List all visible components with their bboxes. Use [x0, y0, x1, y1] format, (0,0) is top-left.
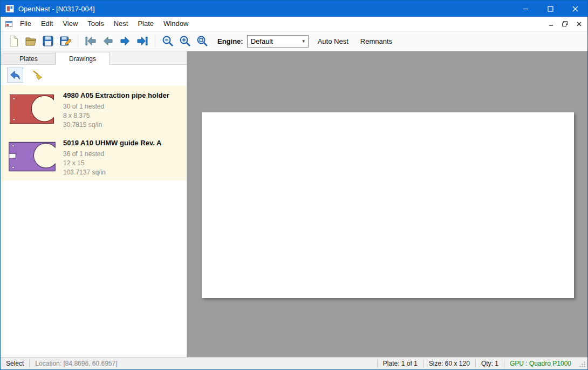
list-item[interactable]: 5019 A10 UHMW guide Rev. A 36 of 1 neste… — [1, 133, 187, 180]
drawing-thumbnail — [4, 88, 60, 130]
menu-nest[interactable]: Nest — [109, 18, 133, 30]
mdi-restore-button[interactable] — [559, 19, 570, 29]
menu-window[interactable]: Window — [159, 18, 193, 30]
app-icon — [5, 4, 14, 13]
nest-plate-svg[interactable] — [202, 112, 574, 298]
app-window: OpenNest - [N0317-004] File Edit View To… — [0, 0, 588, 370]
menu-plate[interactable]: Plate — [133, 18, 159, 30]
list-item[interactable]: 4980 A05 Extraction pipe holder 30 of 1 … — [1, 85, 187, 133]
first-plate-button[interactable] — [82, 33, 99, 49]
last-plate-button[interactable] — [134, 33, 151, 49]
zoom-in-button[interactable] — [176, 33, 194, 49]
clear-drawings-button[interactable] — [30, 68, 45, 82]
blue-arrow-icon — [9, 69, 21, 81]
chevron-down-icon: ▼ — [302, 39, 308, 44]
next-plate-button[interactable] — [117, 33, 134, 49]
mdi-close-button[interactable] — [573, 19, 584, 29]
location-indicator: Location: [84.8696, 60.6957] — [30, 358, 122, 369]
import-drawing-button[interactable] — [7, 68, 23, 83]
drawing-nested-count: 36 of 1 nested — [63, 150, 161, 159]
mdi-window-controls — [545, 19, 587, 29]
mode-indicator: Select — [1, 358, 29, 369]
new-button[interactable] — [5, 33, 22, 49]
drawing-thumbnail — [4, 136, 60, 178]
title-bar: OpenNest - [N0317-004] — [1, 1, 587, 17]
menu-tools[interactable]: Tools — [83, 18, 108, 30]
menu-edit[interactable]: Edit — [36, 18, 58, 30]
save-as-icon — [59, 35, 72, 48]
menu-bar: File Edit View Tools Nest Plate Window — [1, 17, 587, 31]
toolbar-separator — [155, 35, 155, 48]
sidebar: Plates Drawings — [1, 51, 187, 357]
drawing-info: 4980 A05 Extraction pipe holder 30 of 1 … — [60, 88, 169, 130]
status-bar: Select Location: [84.8696, 60.6957] Plat… — [1, 357, 587, 369]
previous-arrow-icon — [101, 35, 114, 48]
plate[interactable] — [202, 112, 574, 298]
last-arrow-icon — [136, 35, 149, 48]
menu-file[interactable]: File — [15, 18, 36, 30]
drawing-area: 103.7137 sq/in — [63, 168, 161, 177]
auto-nest-button[interactable]: Auto Nest — [312, 37, 354, 45]
save-button[interactable] — [39, 33, 57, 49]
window-controls — [513, 1, 587, 17]
menu-view[interactable]: View — [58, 18, 83, 30]
resize-grip-icon[interactable] — [579, 361, 586, 369]
nest-canvas[interactable] — [187, 51, 587, 357]
size-indicator: Size: 60 x 120 — [423, 358, 475, 369]
engine-value: Default — [251, 37, 273, 45]
open-folder-icon — [24, 35, 37, 48]
minimize-button[interactable] — [513, 1, 538, 17]
main-toolbar: Engine: Default ▼ Auto Nest Remnants — [1, 31, 587, 51]
drawing-info: 5019 A10 UHMW guide Rev. A 36 of 1 neste… — [60, 136, 161, 178]
zoom-fit-button[interactable] — [194, 33, 211, 49]
zoom-in-icon — [179, 35, 192, 48]
broom-icon — [31, 69, 43, 81]
zoom-out-button[interactable] — [159, 33, 176, 49]
engine-select[interactable]: Default ▼ — [247, 35, 309, 48]
drawing-size: 12 x 15 — [63, 159, 161, 168]
drawing-nested-count: 30 of 1 nested — [63, 102, 169, 111]
plate-indicator: Plate: 1 of 1 — [378, 358, 423, 369]
main-area: Plates Drawings — [1, 51, 587, 357]
drawing-size: 8 x 8.375 — [63, 111, 169, 120]
drawing-area: 30.7815 sq/in — [63, 120, 169, 130]
close-button[interactable] — [563, 1, 587, 17]
sidebar-tabs: Plates Drawings — [1, 51, 187, 65]
tab-plates[interactable]: Plates — [2, 53, 56, 64]
drawing-title: 4980 A05 Extraction pipe holder — [63, 91, 169, 99]
zoom-fit-icon — [196, 35, 209, 48]
drawings-toolbar — [1, 65, 187, 85]
previous-plate-button[interactable] — [99, 33, 117, 49]
save-icon — [42, 35, 54, 48]
drawing-title: 5019 A10 UHMW guide Rev. A — [63, 139, 161, 147]
tab-drawings[interactable]: Drawings — [56, 52, 110, 65]
document-icon[interactable] — [5, 20, 13, 28]
engine-label: Engine: — [217, 37, 243, 45]
window-title: OpenNest - [N0317-004] — [18, 5, 95, 13]
maximize-button[interactable] — [538, 1, 563, 17]
toolbar-separator — [78, 35, 78, 48]
remnants-button[interactable]: Remnants — [354, 37, 398, 45]
drawings-list: 4980 A05 Extraction pipe holder 30 of 1 … — [1, 85, 187, 180]
qty-indicator: Qty: 1 — [476, 358, 504, 369]
open-button[interactable] — [22, 33, 39, 49]
zoom-out-icon — [161, 35, 174, 48]
first-arrow-icon — [84, 35, 97, 48]
new-file-icon — [7, 35, 20, 48]
gpu-indicator: GPU : Quadro P1000 — [504, 358, 577, 369]
save-as-button[interactable] — [57, 33, 74, 49]
mdi-minimize-button[interactable] — [545, 19, 556, 29]
next-arrow-icon — [119, 35, 132, 48]
